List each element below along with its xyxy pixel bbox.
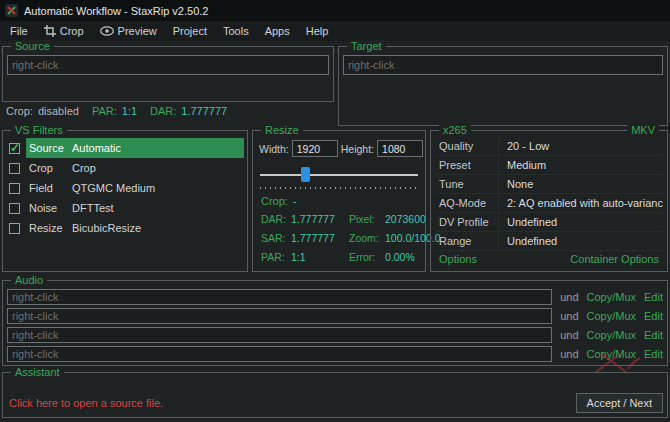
filter-value: BicubicResize xyxy=(72,222,244,234)
slider-ticks xyxy=(260,187,418,189)
encoder-links: Options Container Options xyxy=(439,253,659,265)
stat-value: 1:1 xyxy=(291,251,349,263)
container-options-link[interactable]: Container Options xyxy=(570,253,659,265)
resize-crop-line: Crop: - xyxy=(261,195,297,207)
par-label: PAR: xyxy=(92,105,117,117)
height-label: Height: xyxy=(341,143,374,155)
slider-track[interactable] xyxy=(260,174,418,176)
filter-name: Resize xyxy=(26,222,72,234)
audio-track-input[interactable] xyxy=(7,346,552,362)
width-label: Width: xyxy=(259,143,289,155)
stat-label: DAR: xyxy=(261,213,291,225)
filter-row-crop[interactable]: Crop Crop xyxy=(6,158,244,178)
edit-link[interactable]: Edit xyxy=(644,329,663,341)
container-format-label[interactable]: MKV xyxy=(627,124,659,137)
resize-slider[interactable] xyxy=(260,167,418,182)
filter-name: Crop xyxy=(26,162,72,174)
slider-thumb[interactable] xyxy=(301,167,310,182)
menu-project[interactable]: Project xyxy=(165,21,215,41)
setting-name: Preset xyxy=(435,156,499,174)
menu-help[interactable]: Help xyxy=(298,21,337,41)
assistant-message[interactable]: Click here to open a source file. xyxy=(9,397,163,409)
width-input[interactable] xyxy=(292,140,338,157)
filter-row-field[interactable]: Field QTGMC Medium xyxy=(6,178,244,198)
filter-checkbox[interactable] xyxy=(9,163,20,174)
copy-mux-link[interactable]: Copy/Mux xyxy=(587,329,637,341)
source-group: Source xyxy=(2,46,334,102)
audio-track-input[interactable] xyxy=(7,289,552,305)
options-link[interactable]: Options xyxy=(439,253,477,265)
setting-value: Medium xyxy=(499,159,663,171)
setting-name: Quality xyxy=(435,137,499,155)
audio-group-title: Audio xyxy=(11,274,47,287)
filter-checkbox[interactable] xyxy=(9,203,20,214)
target-group-title: Target xyxy=(347,40,386,53)
audio-track-row: und Copy/Mux Edit xyxy=(7,308,663,324)
vs-filters-group: VS Filters Source Automatic Crop Crop Fi… xyxy=(2,130,248,272)
target-group: Target xyxy=(338,46,668,126)
edit-link[interactable]: Edit xyxy=(644,310,663,322)
encoder-row-quality[interactable]: Quality 20 - Low xyxy=(435,137,663,156)
target-input[interactable] xyxy=(343,55,663,75)
encoder-row-tune[interactable]: Tune None xyxy=(435,175,663,194)
audio-language: und xyxy=(560,291,578,303)
copy-mux-link[interactable]: Copy/Mux xyxy=(587,310,637,322)
setting-value: Undefined xyxy=(499,235,663,247)
menu-crop-label: Crop xyxy=(60,25,84,37)
filter-checkbox[interactable] xyxy=(9,223,20,234)
filter-checkbox[interactable] xyxy=(9,143,20,154)
audio-track-input[interactable] xyxy=(7,327,552,343)
filter-name: Source xyxy=(26,142,72,154)
copy-mux-link[interactable]: Copy/Mux xyxy=(587,348,637,360)
resize-group-title: Resize xyxy=(261,124,303,137)
setting-value: 2: AQ enabled with auto-variance xyxy=(499,197,663,209)
audio-language: und xyxy=(560,348,578,360)
edit-link[interactable]: Edit xyxy=(644,291,663,303)
height-input[interactable] xyxy=(377,140,423,157)
audio-track-input[interactable] xyxy=(7,308,552,324)
menu-project-label: Project xyxy=(173,25,207,37)
filter-row-source[interactable]: Source Automatic xyxy=(6,138,244,158)
menu-tools[interactable]: Tools xyxy=(215,21,257,41)
menu-file-label: File xyxy=(10,25,28,37)
eye-icon xyxy=(100,26,114,36)
menu-file[interactable]: File xyxy=(2,21,36,41)
menu-crop[interactable]: Crop xyxy=(36,21,92,41)
crop-icon xyxy=(44,25,56,37)
stat-value: 1.777777 xyxy=(291,232,349,244)
filter-checkbox[interactable] xyxy=(9,183,20,194)
encoder-row-dv-profile[interactable]: DV Profile Undefined xyxy=(435,213,663,232)
filter-list: Source Automatic Crop Crop Field QTGMC M… xyxy=(6,138,244,238)
setting-value: 20 - Low xyxy=(499,140,663,152)
window-title: Automatic Workflow - StaxRip v2.50.2 xyxy=(24,5,208,17)
setting-value: Undefined xyxy=(499,216,663,228)
encoder-row-preset[interactable]: Preset Medium xyxy=(435,156,663,175)
x265-group-title: x265 xyxy=(439,124,471,137)
audio-track-row: und Copy/Mux Edit xyxy=(7,327,663,343)
source-input[interactable] xyxy=(7,55,329,75)
resize-dimensions: Width: Height: xyxy=(259,140,421,157)
menu-apps[interactable]: Apps xyxy=(257,21,298,41)
copy-mux-link[interactable]: Copy/Mux xyxy=(587,291,637,303)
encoder-row-aq-mode[interactable]: AQ-Mode 2: AQ enabled with auto-variance xyxy=(435,194,663,213)
filter-row-resize[interactable]: Resize BicubicResize xyxy=(6,218,244,238)
filter-value: QTGMC Medium xyxy=(72,182,244,194)
resize-crop-value: - xyxy=(293,195,297,207)
filter-value: Automatic xyxy=(72,142,244,154)
menu-preview[interactable]: Preview xyxy=(92,21,165,41)
edit-link[interactable]: Edit xyxy=(644,348,663,360)
stat-label: PAR: xyxy=(261,251,291,263)
vs-filters-group-title: VS Filters xyxy=(11,124,67,137)
encoder-row-range[interactable]: Range Undefined xyxy=(435,232,663,251)
encoder-settings-table: Quality 20 - Low Preset Medium Tune None… xyxy=(435,137,663,251)
filter-row-noise[interactable]: Noise DFTTest xyxy=(6,198,244,218)
filter-name: Noise xyxy=(26,202,72,214)
x265-group: x265 MKV Quality 20 - Low Preset Medium … xyxy=(430,130,668,272)
setting-name: Range xyxy=(435,232,499,250)
accept-next-button[interactable]: Accept / Next xyxy=(576,393,663,413)
setting-name: AQ-Mode xyxy=(435,194,499,212)
stat-value: 1.777777 xyxy=(291,213,349,225)
crop-state-value: disabled xyxy=(38,105,79,117)
dar-label: DAR: xyxy=(150,105,176,117)
menu-preview-label: Preview xyxy=(118,25,157,37)
